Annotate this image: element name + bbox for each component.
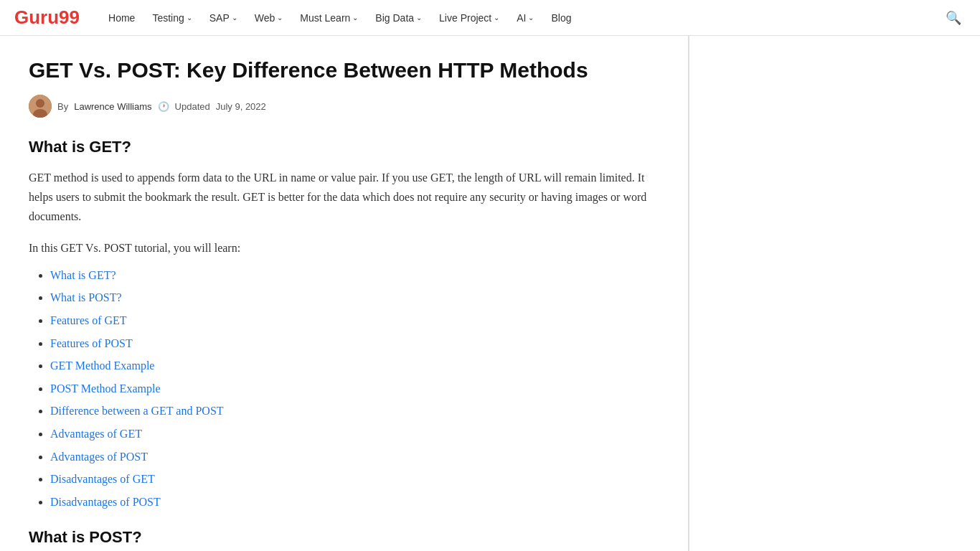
toc-link-6[interactable]: Difference between a GET and POST (50, 405, 224, 417)
nav-sap[interactable]: SAP ⌄ (202, 8, 245, 28)
toc-link-2[interactable]: Features of GET (50, 314, 127, 326)
article-title: GET Vs. POST: Key Difference Between HTT… (29, 57, 659, 83)
nav-blog[interactable]: Blog (544, 8, 578, 28)
toc-link-3[interactable]: Features of POST (50, 337, 133, 349)
site-logo[interactable]: Guru99 (14, 6, 80, 29)
updated-label: Updated (175, 101, 210, 112)
toc-link-7[interactable]: Advantages of GET (50, 428, 142, 440)
toc-link-4[interactable]: GET Method Example (50, 359, 154, 372)
toc-item-7: Advantages of GET (50, 425, 659, 443)
article-meta: By Lawrence Williams 🕐 Updated July 9, 2… (29, 95, 659, 118)
toc-list: What is GET? What is POST? Features of G… (29, 266, 659, 512)
toc-item-1: What is POST? (50, 288, 659, 307)
web-chevron-icon: ⌄ (277, 14, 283, 22)
nav-testing[interactable]: Testing ⌄ (145, 8, 199, 28)
clock-icon: 🕐 (158, 101, 169, 112)
avatar-face (29, 95, 52, 118)
section1-paragraph: GET method is used to appends form data … (29, 168, 659, 227)
toc-link-8[interactable]: Advantages of POST (50, 451, 148, 463)
ai-chevron-icon: ⌄ (528, 14, 534, 22)
main-nav: Guru99 Home Testing ⌄ SAP ⌄ Web ⌄ Must L… (0, 0, 980, 36)
nav-home[interactable]: Home (101, 8, 142, 28)
nav-must-learn[interactable]: Must Learn ⌄ (293, 8, 365, 28)
avatar-image (29, 95, 52, 118)
toc-item-9: Disadvantages of GET (50, 470, 659, 489)
toc-item-2: Features of GET (50, 311, 659, 330)
toc-link-10[interactable]: Disadvantages of POST (50, 496, 161, 508)
main-content: GET Vs. POST: Key Difference Between HTT… (0, 36, 689, 551)
sidebar (689, 36, 904, 551)
author-name: Lawrence Williams (74, 101, 151, 112)
toc-item-8: Advantages of POST (50, 448, 659, 466)
toc-item-5: POST Method Example (50, 380, 659, 398)
logo-text: Guru (14, 6, 59, 28)
toc-intro: In this GET Vs. POST tutorial, you will … (29, 238, 659, 258)
search-icon[interactable]: 🔍 (941, 6, 966, 30)
toc-link-0[interactable]: What is GET? (50, 269, 116, 281)
live-project-chevron-icon: ⌄ (494, 14, 499, 22)
toc-item-3: Features of POST (50, 334, 659, 353)
nav-big-data[interactable]: Big Data ⌄ (368, 8, 429, 28)
section1-heading: What is GET? (29, 138, 659, 156)
article-date: July 9, 2022 (216, 101, 266, 112)
author-by: By (57, 101, 68, 112)
nav-links: Home Testing ⌄ SAP ⌄ Web ⌄ Must Learn ⌄ … (101, 8, 941, 28)
logo-number: 99 (59, 6, 80, 28)
page-wrapper: GET Vs. POST: Key Difference Between HTT… (0, 36, 980, 551)
big-data-chevron-icon: ⌄ (416, 14, 422, 22)
section2-heading: What is POST? (29, 528, 659, 547)
toc-link-1[interactable]: What is POST? (50, 291, 122, 303)
testing-chevron-icon: ⌄ (187, 14, 192, 22)
must-learn-chevron-icon: ⌄ (352, 14, 358, 22)
nav-ai[interactable]: AI ⌄ (509, 8, 541, 28)
author-avatar (29, 95, 52, 118)
toc-item-4: GET Method Example (50, 357, 659, 375)
nav-live-project[interactable]: Live Project ⌄ (432, 8, 507, 28)
sap-chevron-icon: ⌄ (232, 14, 237, 22)
toc-link-9[interactable]: Disadvantages of GET (50, 473, 155, 485)
nav-web[interactable]: Web ⌄ (248, 8, 291, 28)
toc-item-0: What is GET? (50, 266, 659, 285)
toc-item-6: Difference between a GET and POST (50, 402, 659, 420)
toc-link-5[interactable]: POST Method Example (50, 382, 160, 395)
svg-point-1 (36, 99, 44, 108)
toc-item-10: Disadvantages of POST (50, 493, 659, 512)
